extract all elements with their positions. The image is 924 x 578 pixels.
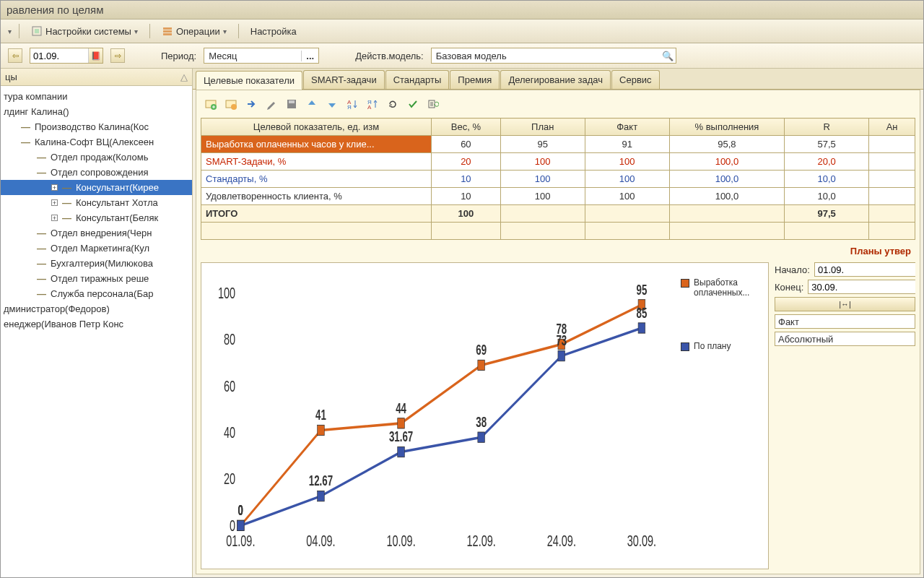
grid-cell: 100 (500, 153, 585, 171)
svg-text:20: 20 (224, 470, 235, 488)
start-date-input[interactable] (814, 262, 915, 277)
tab[interactable]: SMART-задачи (303, 70, 385, 89)
menu-label: Настройка (250, 26, 297, 37)
dash-icon: — (62, 212, 71, 223)
next-date-button[interactable]: ⇨ (110, 48, 125, 63)
tree-node[interactable]: лдинг Калина() (1, 104, 192, 119)
tree-node[interactable]: енеджер(Иванов Петр Конс (1, 316, 192, 332)
tree-label: тура компании (4, 91, 68, 102)
tree-node[interactable]: +—Консультант(Кирее (1, 180, 192, 195)
grid-header[interactable]: Ан (869, 118, 915, 136)
tab[interactable]: Стандарты (385, 70, 450, 89)
up-button[interactable] (303, 96, 321, 112)
grid-row[interactable]: SMART-Задачи, %20100100100,020,0 (201, 153, 915, 171)
period-value: Месяц (204, 51, 301, 61)
tree-node[interactable]: —Отдел внедрения(Черн (1, 225, 192, 241)
tree-node[interactable]: —Отдел тиражных реше (1, 271, 192, 286)
legend-swatch (681, 279, 689, 288)
fact-select[interactable]: Факт (775, 314, 915, 329)
svg-point-8 (231, 104, 237, 110)
company-tree: тура компаниилдинг Калина()—Производство… (1, 86, 192, 335)
tab[interactable]: Сервис (611, 70, 660, 89)
svg-text:60: 60 (224, 377, 235, 395)
grid-header[interactable]: Целевой показатель, ед. изм (201, 118, 432, 136)
tab[interactable]: Премия (450, 70, 500, 89)
grid-cell: 57,5 (785, 136, 869, 153)
collapse-icon[interactable]: △ (180, 72, 188, 82)
add-button[interactable] (202, 96, 219, 112)
tree-node[interactable]: —Служба персонала(Бар (1, 286, 192, 301)
down-button[interactable] (323, 96, 341, 112)
copy-button[interactable] (222, 96, 240, 112)
menu-system-settings[interactable]: Настройки системы ▾ (27, 24, 142, 38)
sort-desc-button[interactable]: ЯА (364, 96, 381, 112)
tree-node[interactable]: —Калина-Софт ВЦ(Алексеен (1, 134, 192, 150)
grid-cell: 100 (500, 188, 585, 205)
grid-header[interactable]: План (500, 118, 585, 136)
grid-row[interactable]: Стандарты, %10100100100,010,0 (201, 171, 915, 188)
tree-node[interactable]: —Отдел сопровождения (1, 165, 192, 180)
fit-button[interactable]: |↔| (775, 297, 915, 311)
operations-icon (162, 25, 173, 37)
grid-cell (869, 136, 915, 153)
expand-icon[interactable]: + (51, 215, 58, 221)
menu-operations[interactable]: Операции ▾ (157, 24, 231, 38)
tree-node[interactable]: +—Консультант Хотла (1, 195, 192, 210)
tree-node[interactable]: —Производство Калина(Кос (1, 119, 192, 134)
grid-header[interactable]: % выполнения (669, 118, 785, 136)
svg-rect-1 (35, 29, 39, 33)
refresh-button[interactable] (384, 96, 401, 112)
grid-cell: 10 (432, 171, 501, 188)
svg-rect-2 (163, 27, 172, 30)
tree-node[interactable]: —Отдел продаж(Коломь (1, 150, 192, 165)
grid-row[interactable]: Выработка оплаченных часов у клие...6095… (201, 136, 915, 153)
grid-cell: Выработка оплаченных часов у клие... (201, 136, 432, 153)
tree-node[interactable]: +—Консультант(Беляк (1, 210, 192, 225)
abs-select[interactable]: Абсолютный (775, 332, 915, 346)
grid-header[interactable]: Вес, % (432, 118, 501, 136)
tree-label: Калина-Софт ВЦ(Алексеен (35, 137, 154, 147)
svg-text:10.09.: 10.09. (386, 532, 415, 550)
tree-label: Отдел Маркетинга(Кул (51, 243, 149, 254)
calendar-icon[interactable]: 📕 (88, 48, 103, 63)
grid-row[interactable]: Удовлетворенность клиента, %10100100100,… (201, 188, 915, 205)
period-select[interactable]: Месяц ... (204, 48, 319, 64)
tree-node[interactable]: —Бухгалтерия(Милюкова (1, 256, 192, 271)
edit-button[interactable] (263, 96, 280, 112)
legend-swatch (681, 342, 689, 351)
expand-icon[interactable]: + (51, 199, 58, 206)
prev-date-button[interactable]: ⇦ (8, 48, 22, 63)
tree-label: Служба персонала(Бар (51, 288, 153, 299)
model-select[interactable]: Базовая модель 🔍 (431, 48, 676, 64)
ellipsis-button[interactable]: ... (301, 51, 318, 61)
menu-setup[interactable]: Настройка (246, 25, 301, 38)
svg-text:38: 38 (476, 414, 487, 430)
dash-icon: — (62, 197, 71, 208)
save-button[interactable] (283, 96, 300, 112)
kpi-grid[interactable]: Целевой показатель, ед. измВес, %ПланФак… (201, 118, 915, 240)
date-input[interactable] (30, 51, 88, 61)
list-refresh-button[interactable] (424, 96, 442, 112)
check-button[interactable] (404, 96, 422, 112)
grid-cell: 100 (585, 171, 669, 188)
forward-button[interactable] (243, 96, 260, 112)
caret-icon: ▾ (8, 27, 12, 35)
search-icon[interactable]: 🔍 (660, 51, 676, 61)
tab[interactable]: Делегирование задач (500, 70, 611, 89)
tree-node[interactable]: —Отдел Маркетинга(Кул (1, 241, 192, 256)
grid-header[interactable]: Факт (585, 118, 669, 136)
tree-node[interactable]: дминистратор(Федоров) (1, 301, 192, 316)
date-field[interactable]: 📕 (30, 48, 103, 64)
grid-cell (669, 205, 785, 223)
grid-row[interactable]: ИТОГО10097,5 (201, 205, 915, 223)
end-date-input[interactable] (808, 280, 915, 294)
expand-icon[interactable]: + (51, 184, 58, 191)
grid-header[interactable]: R (785, 118, 869, 136)
tab[interactable]: Целевые показатели (196, 71, 302, 90)
model-label: Действ.модель: (355, 51, 424, 61)
sidebar-title: цы (5, 72, 17, 82)
svg-text:80: 80 (224, 330, 235, 348)
tree-node[interactable]: тура компании (1, 89, 192, 104)
sort-asc-button[interactable]: АЯ (344, 96, 361, 112)
grid-cell: 10,0 (785, 188, 869, 205)
